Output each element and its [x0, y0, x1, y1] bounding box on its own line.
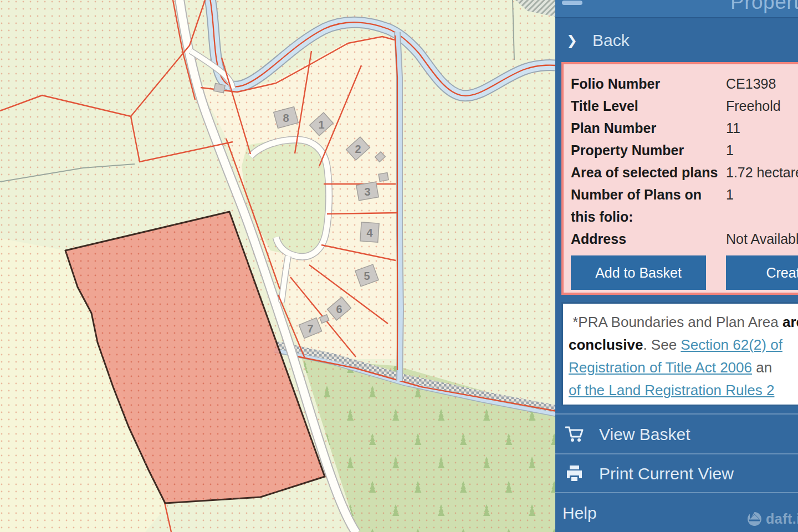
chevron-right-icon: ❯	[566, 33, 577, 48]
disclaimer-line: *PRA Boundaries and Plan Area are	[569, 311, 798, 334]
disclaimer-line: Registration of Title Act 2006 an	[569, 356, 798, 379]
hamburger-menu-icon[interactable]	[562, 1, 582, 5]
view-basket-button[interactable]: View Basket	[555, 413, 798, 454]
print-current-view-button[interactable]: Print Current View	[555, 453, 798, 493]
field-value: Not Available	[726, 228, 798, 250]
side-panel: Property ❯ Back Folio NumberCE1398Title …	[555, 0, 798, 532]
field-label: Plan Number	[571, 117, 726, 139]
folio-field-row: Number of Plans on this folio:1	[571, 183, 798, 228]
folio-field-row: Folio NumberCE1398	[571, 73, 798, 95]
disclaimer-text: an	[752, 359, 772, 376]
back-label: Back	[592, 31, 630, 50]
folio-field-row: Plan Number11	[571, 117, 798, 139]
map-viewport[interactable]: 12345678	[0, 0, 555, 532]
plot-number-label: 6	[336, 303, 342, 315]
disclaimer-text: *PRA Boundaries and Plan Area	[569, 314, 782, 330]
field-label: Area of selected plans	[571, 161, 726, 183]
plot-number-label: 3	[364, 186, 370, 198]
folio-info-panel: Folio NumberCE1398Title LevelFreeholdPla…	[561, 62, 798, 295]
field-value: 11	[726, 117, 798, 139]
daft-watermark: daft.ie	[747, 511, 798, 527]
field-label: Title Level	[571, 95, 726, 117]
plot-number-label: 7	[307, 323, 313, 335]
daft-watermark-text: daft.ie	[766, 511, 798, 527]
panel-title: Property	[730, 0, 798, 14]
field-label: Number of Plans on this folio:	[571, 183, 726, 228]
legislation-link[interactable]: of the Land Registration Rules 2	[569, 382, 774, 398]
add-to-basket-button[interactable]: Add to Basket	[571, 255, 706, 290]
plot-number-label: 2	[355, 143, 361, 155]
cart-icon	[565, 426, 584, 443]
legislation-link[interactable]: Registration of Title Act 2006	[569, 359, 752, 376]
field-label: Folio Number	[571, 73, 726, 95]
plot-number-label: 4	[366, 227, 373, 239]
folio-fields: Folio NumberCE1398Title LevelFreeholdPla…	[571, 73, 798, 250]
plot-number-label: 8	[283, 112, 289, 124]
disclaimer-text: . See	[643, 336, 681, 353]
legislation-link[interactable]: Section 62(2) of	[681, 336, 782, 353]
folio-field-row: AddressNot Available	[571, 228, 798, 250]
field-label: Property Number	[571, 139, 726, 161]
daft-logo-icon	[747, 511, 762, 526]
field-value: CE1398	[726, 73, 798, 95]
create-button[interactable]: Create	[726, 255, 798, 290]
disclaimer-text: conclusive	[569, 336, 643, 353]
printer-icon	[565, 465, 584, 483]
folio-field-row: Title LevelFreehold	[571, 95, 798, 117]
field-value: 1	[726, 139, 798, 161]
disclaimer-line: conclusive. See Section 62(2) of	[569, 334, 798, 356]
field-label: Address	[571, 228, 726, 250]
back-button[interactable]: ❯ Back	[555, 17, 798, 63]
land-registry-map[interactable]: 12345678	[0, 0, 555, 532]
field-value: Freehold	[726, 95, 798, 117]
menu-label: Help	[562, 504, 597, 523]
menu-label: View Basket	[599, 425, 690, 444]
field-value: 1	[726, 183, 798, 228]
folio-actions: Add to BasketCreate	[571, 255, 798, 290]
menu-label: Print Current View	[599, 464, 734, 483]
pra-disclaimer: *PRA Boundaries and Plan Area areconclus…	[561, 302, 798, 406]
plot-number-label: 5	[364, 270, 370, 282]
field-value: 1.72 hectares	[726, 161, 798, 183]
disclaimer-text: are	[782, 314, 798, 330]
folio-field-row: Property Number1	[571, 139, 798, 161]
panel-header: Property	[555, 0, 798, 17]
folio-field-row: Area of selected plans1.72 hectares	[571, 161, 798, 183]
plot-number-label: 1	[318, 119, 324, 131]
disclaimer-line: of the Land Registration Rules 2	[569, 379, 798, 402]
